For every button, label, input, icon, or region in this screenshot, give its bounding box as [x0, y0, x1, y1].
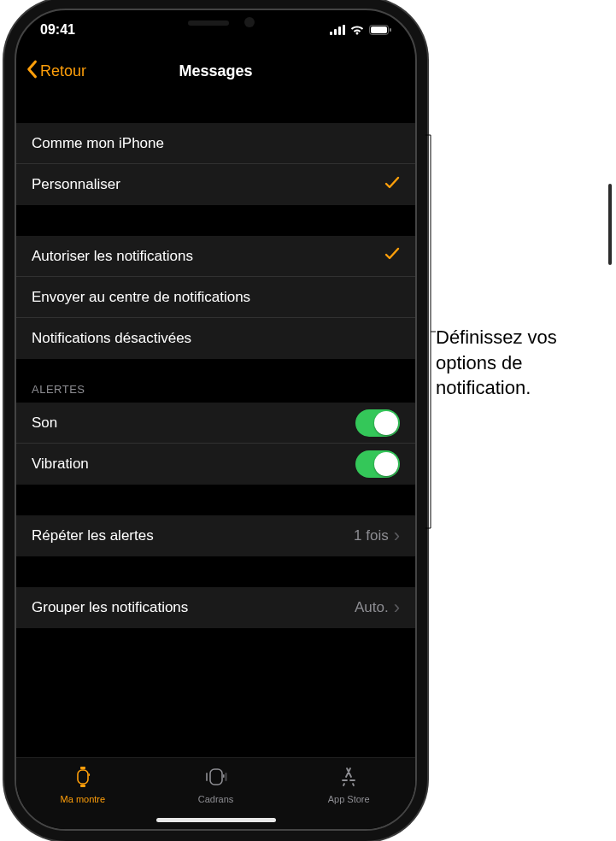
svg-rect-14: [225, 773, 226, 781]
notch: [126, 10, 306, 38]
row-label: Notifications désactivées: [32, 330, 191, 347]
row-allow-notifications[interactable]: Autoriser les notifications: [16, 236, 415, 277]
svg-rect-7: [78, 770, 88, 784]
chevron-right-icon: ›: [394, 526, 400, 545]
checkmark-icon: [384, 175, 400, 195]
row-label: Envoyer au centre de notifications: [32, 289, 250, 306]
sound-toggle[interactable]: [355, 409, 400, 437]
status-time: 09:41: [40, 22, 75, 38]
row-mirror-iphone[interactable]: Comme mon iPhone: [16, 123, 415, 164]
svg-rect-2: [338, 26, 341, 35]
row-label: Grouper les notifications: [32, 599, 188, 616]
grouping-group: Grouper les notifications Auto. ›: [16, 587, 415, 628]
svg-rect-3: [343, 25, 345, 35]
nav-bar: Retour Messages: [16, 50, 415, 92]
page-title: Messages: [179, 62, 252, 80]
app-store-icon: [336, 765, 361, 791]
home-indicator[interactable]: [156, 818, 276, 822]
svg-rect-12: [223, 774, 225, 778]
svg-rect-13: [206, 773, 208, 781]
tab-app-store[interactable]: App Store: [282, 758, 415, 829]
row-send-to-center[interactable]: Envoyer au centre de notifications: [16, 277, 415, 318]
alerts-header: ALERTES: [16, 359, 415, 403]
row-sound: Son: [16, 403, 415, 444]
row-notifications-off[interactable]: Notifications désactivées: [16, 318, 415, 359]
repeat-group: Répéter les alertes 1 fois ›: [16, 515, 415, 556]
mirror-group: Comme mon iPhone Personnaliser: [16, 123, 415, 205]
svg-rect-6: [390, 28, 391, 32]
row-value: Auto.: [355, 599, 389, 616]
tab-label: Ma montre: [61, 794, 106, 804]
callout-text: Définissez vos options de notification.: [436, 325, 607, 401]
content-area: Comme mon iPhone Personnaliser Autoriser…: [16, 92, 415, 757]
tab-label: Cadrans: [198, 794, 234, 804]
svg-rect-1: [334, 29, 337, 35]
chevron-left-icon: [25, 60, 38, 83]
svg-rect-10: [88, 773, 90, 776]
chevron-right-icon: ›: [394, 598, 400, 617]
row-repeat-alerts[interactable]: Répéter les alertes 1 fois ›: [16, 515, 415, 556]
row-label: Autoriser les notifications: [32, 248, 193, 265]
row-label: Comme mon iPhone: [32, 135, 164, 152]
vibration-toggle[interactable]: [355, 450, 400, 478]
row-vibration: Vibration: [16, 444, 415, 485]
svg-rect-9: [80, 785, 85, 787]
row-label: Vibration: [32, 456, 89, 473]
row-value: 1 fois: [354, 527, 389, 544]
power-button: [608, 184, 612, 265]
volume-up-button: [4, 162, 8, 215]
tab-my-watch[interactable]: Ma montre: [16, 758, 150, 829]
row-label: Son: [32, 415, 57, 432]
alerts-group: ALERTES Son Vibration: [16, 359, 415, 485]
svg-rect-8: [80, 767, 85, 769]
row-label: Répéter les alertes: [32, 527, 154, 544]
row-label: Personnaliser: [32, 176, 120, 193]
svg-rect-11: [210, 769, 222, 785]
battery-icon: [369, 25, 391, 35]
svg-rect-0: [330, 32, 332, 35]
watch-icon: [70, 765, 96, 791]
tab-label: App Store: [328, 794, 370, 804]
ringer-switch: [4, 111, 8, 138]
volume-down-button: [4, 226, 8, 279]
wifi-icon: [350, 25, 364, 35]
faces-icon: [203, 765, 229, 791]
checkmark-icon: [384, 246, 400, 266]
tab-bar: Ma montre Cadrans App Store: [16, 757, 415, 829]
row-custom[interactable]: Personnaliser: [16, 164, 415, 205]
phone-frame: 09:41 Retour Messages Comme mon iPhone: [15, 9, 417, 831]
notifications-group: Autoriser les notifications Envoyer au c…: [16, 236, 415, 359]
cellular-signal-icon: [330, 25, 345, 35]
back-label: Retour: [40, 62, 86, 80]
callout-bracket: [425, 135, 434, 528]
svg-rect-5: [371, 26, 387, 33]
back-button[interactable]: Retour: [25, 60, 86, 83]
row-group-notifications[interactable]: Grouper les notifications Auto. ›: [16, 587, 415, 628]
